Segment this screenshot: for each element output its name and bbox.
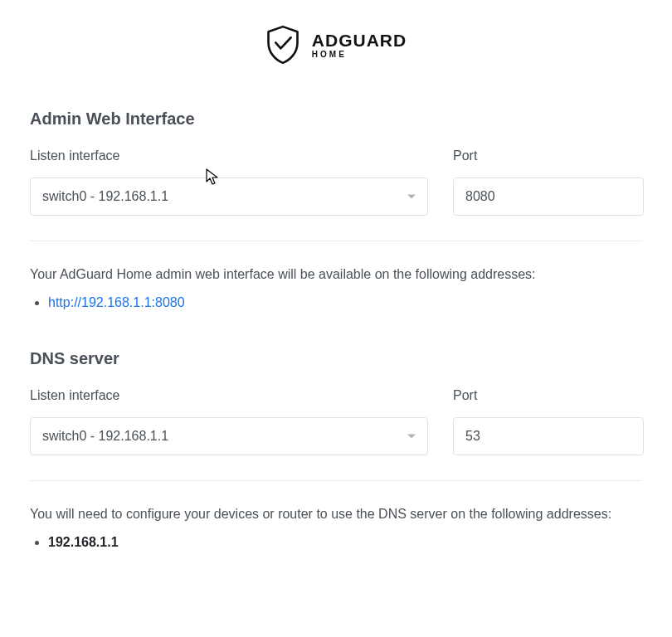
dns-interface-selected-value: switch0 - 192.168.1.1 <box>42 426 168 446</box>
admin-port-label: Port <box>453 146 644 166</box>
dns-address-list: 192.168.1.1 <box>30 532 642 552</box>
dns-interface-label: Listen interface <box>30 386 428 406</box>
logo-main-text: ADGUARD <box>312 32 407 49</box>
chevron-down-icon <box>407 195 416 199</box>
dns-address-value: 192.168.1.1 <box>48 535 119 549</box>
logo-sub-text: HOME <box>312 51 407 59</box>
admin-address-link[interactable]: http://192.168.1.1:8080 <box>48 295 185 309</box>
list-item: http://192.168.1.1:8080 <box>48 293 642 313</box>
divider <box>30 480 642 481</box>
dns-port-input[interactable] <box>453 417 644 455</box>
admin-address-list: http://192.168.1.1:8080 <box>30 293 642 313</box>
admin-interface-select[interactable]: switch0 - 192.168.1.1 <box>30 177 428 216</box>
chevron-down-icon <box>407 435 416 439</box>
admin-interface-selected-value: switch0 - 192.168.1.1 <box>42 187 168 207</box>
app-logo: ADGUARD HOME <box>30 25 642 65</box>
logo-text: ADGUARD HOME <box>312 32 407 59</box>
admin-port-input[interactable] <box>453 177 644 216</box>
admin-interface-label: Listen interface <box>30 146 428 166</box>
divider <box>30 241 642 241</box>
dns-interface-select[interactable]: switch0 - 192.168.1.1 <box>30 417 428 455</box>
dns-heading: DNS server <box>30 346 642 371</box>
dns-port-label: Port <box>453 386 644 406</box>
dns-config-row: Listen interface switch0 - 192.168.1.1 P… <box>30 386 642 455</box>
list-item: 192.168.1.1 <box>48 532 642 552</box>
shield-check-icon <box>265 25 300 65</box>
admin-heading: Admin Web Interface <box>30 106 642 131</box>
dns-info-text: You will need to configure your devices … <box>30 504 642 524</box>
setup-page: ADGUARD HOME Admin Web Interface Listen … <box>0 0 672 577</box>
admin-info-text: Your AdGuard Home admin web interface wi… <box>30 265 642 284</box>
admin-config-row: Listen interface switch0 - 192.168.1.1 P… <box>30 146 642 216</box>
